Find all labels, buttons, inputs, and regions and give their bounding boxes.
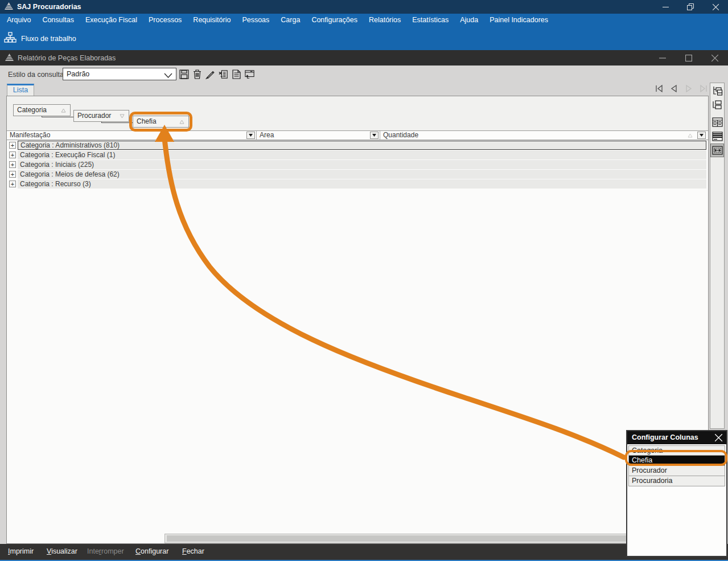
group-row-label: Categoria : Meios de defesa (62): [18, 170, 706, 179]
menu-pessoas[interactable]: Pessoas: [236, 14, 275, 27]
report-title: Relatório de Peças Elaboradas: [18, 54, 116, 62]
popup-title-text: Configurar Colunas: [632, 433, 698, 441]
group-row-label: Categoria : Execução Fiscal (1): [18, 150, 706, 159]
group-row-recurso[interactable]: + Categoria : Recurso (3): [7, 179, 708, 189]
group-pill-categoria[interactable]: Categoria: [13, 104, 71, 116]
column-header-area-label: Area: [260, 131, 274, 139]
menu-processos[interactable]: Processos: [143, 14, 187, 27]
report-grid-area: Categoria Procurador Chefia Manifestação…: [6, 96, 709, 544]
save-style-button[interactable]: [179, 67, 189, 81]
saj-logo-icon: [5, 2, 13, 12]
menu-estatisticas[interactable]: Estatísticas: [406, 14, 454, 27]
menu-relatorios[interactable]: Relatórios: [363, 14, 406, 27]
popup-item-procuradoria[interactable]: Procuradoria: [628, 476, 725, 486]
report-document-button[interactable]: [232, 67, 241, 81]
export-excel-button[interactable]: [219, 67, 228, 81]
right-tool-strip: [710, 83, 725, 429]
column-header-quantidade[interactable]: Quantidade: [380, 131, 708, 140]
report-titlebar: Relatório de Peças Elaboradas: [0, 50, 728, 65]
app-title: SAJ Procuradorias: [17, 3, 81, 11]
popup-close-icon[interactable]: [715, 434, 722, 441]
fechar-button[interactable]: Fechar: [182, 547, 204, 555]
edit-style-button[interactable]: [205, 67, 215, 81]
group-row-meios-de-defesa[interactable]: + Categoria : Meios de defesa (62): [7, 170, 708, 179]
group-row-label: Categoria : Administrativos (810): [18, 141, 706, 150]
menu-consultas[interactable]: Consultas: [36, 14, 80, 27]
group-row-administrativos[interactable]: + Categoria : Administrativos (810): [7, 141, 708, 150]
expand-icon[interactable]: +: [9, 171, 16, 178]
menu-bar: Arquivo Consultas Execução Fiscal Proces…: [0, 14, 728, 27]
group-row-label: Categoria : Iniciais (225): [18, 160, 706, 169]
combo-chevron-icon[interactable]: [164, 71, 172, 81]
group-pill-procurador-label: Procurador: [77, 112, 111, 120]
collapse-groups-button[interactable]: [710, 98, 724, 112]
rows-view-button[interactable]: [710, 129, 724, 143]
group-connector: [101, 122, 133, 123]
record-navigation: [655, 84, 708, 93]
report-maximize-button[interactable]: [676, 50, 702, 65]
menu-carga[interactable]: Carga: [275, 14, 306, 27]
query-style-combobox[interactable]: Padrão: [63, 68, 176, 80]
tab-lista[interactable]: Lista: [7, 84, 34, 96]
query-style-row: Estilo da consulta Padrão: [0, 65, 728, 84]
workflow-toolbar: Fluxo de trabalho: [0, 27, 728, 50]
workflow-icon: [4, 32, 17, 46]
query-style-label: Estilo da consulta: [8, 71, 64, 79]
group-row-iniciais[interactable]: + Categoria : Iniciais (225): [7, 160, 708, 170]
group-pill-categoria-label: Categoria: [17, 106, 47, 114]
app-restore-button[interactable]: [678, 0, 703, 14]
grid-view-button[interactable]: [710, 115, 724, 129]
visualizar-button[interactable]: Visualizar: [47, 547, 77, 555]
menu-requisitorio[interactable]: Requisitório: [187, 14, 236, 27]
sort-desc-icon: [120, 114, 125, 118]
column-filter-dropdown[interactable]: [246, 132, 255, 139]
imprimir-button[interactable]: Imprimir: [8, 547, 34, 555]
footer-bar: Imprimir Visualizar Interromper Configur…: [0, 544, 728, 560]
next-record-button[interactable]: [684, 84, 693, 93]
group-connector: [42, 116, 73, 117]
first-record-button[interactable]: [655, 84, 664, 93]
report-minimize-button[interactable]: [649, 50, 676, 65]
app-window: SAJ Procuradorias Arquivo Consultas Exec…: [0, 0, 728, 561]
report-logo-icon: [5, 53, 14, 63]
app-titlebar: SAJ Procuradorias: [0, 0, 728, 14]
highlight-ring-chefia-item: [625, 450, 727, 466]
app-minimize-button[interactable]: [653, 0, 678, 14]
expand-icon[interactable]: +: [9, 151, 16, 158]
app-close-button[interactable]: [703, 0, 728, 14]
expand-icon[interactable]: +: [9, 142, 16, 149]
workflow-label[interactable]: Fluxo de trabalho: [21, 35, 76, 43]
last-record-button[interactable]: [699, 84, 708, 93]
expand-icon[interactable]: +: [9, 161, 16, 168]
report-close-button[interactable]: [702, 50, 728, 65]
group-row-label: Categoria : Recurso (3): [18, 179, 706, 189]
column-header-manifestacao[interactable]: Manifestação: [7, 131, 257, 140]
column-filter-dropdown[interactable]: [697, 132, 706, 139]
menu-painel-indicadores[interactable]: Painel Indicadores: [484, 14, 554, 27]
popup-item-procurador[interactable]: Procurador: [628, 466, 725, 476]
expand-icon[interactable]: +: [9, 181, 16, 187]
grid-header: Manifestação Area Quantidade: [7, 130, 708, 140]
export-window-button[interactable]: [245, 67, 254, 81]
delete-style-button[interactable]: [192, 67, 202, 81]
highlight-ring-chefia-pill: [129, 112, 192, 132]
menu-arquivo[interactable]: Arquivo: [1, 14, 36, 27]
horizontal-scrollbar-thumb[interactable]: [167, 535, 702, 542]
menu-execucao-fiscal[interactable]: Execução Fiscal: [80, 14, 143, 27]
sort-asc-icon: [688, 133, 693, 138]
column-header-quantidade-label: Quantidade: [383, 131, 418, 139]
group-pill-procurador[interactable]: Procurador: [73, 110, 129, 122]
configurar-colunas-popup: Configurar Colunas Categoria Chefia Proc…: [626, 430, 727, 557]
group-row-execucao-fiscal[interactable]: + Categoria : Execução Fiscal (1): [7, 150, 708, 160]
autofit-columns-button[interactable]: [710, 144, 724, 157]
popup-titlebar: Configurar Colunas: [627, 431, 726, 444]
report-window-controls: [649, 50, 728, 65]
column-header-area[interactable]: Area: [257, 131, 380, 140]
menu-ajuda[interactable]: Ajuda: [454, 14, 484, 27]
column-filter-dropdown[interactable]: [370, 132, 379, 139]
configurar-button[interactable]: Configurar: [135, 547, 168, 555]
previous-record-button[interactable]: [669, 84, 678, 93]
expand-groups-button[interactable]: [710, 84, 724, 97]
menu-configuracoes[interactable]: Configurações: [306, 14, 363, 27]
interromper-button: Interromper: [87, 547, 124, 555]
